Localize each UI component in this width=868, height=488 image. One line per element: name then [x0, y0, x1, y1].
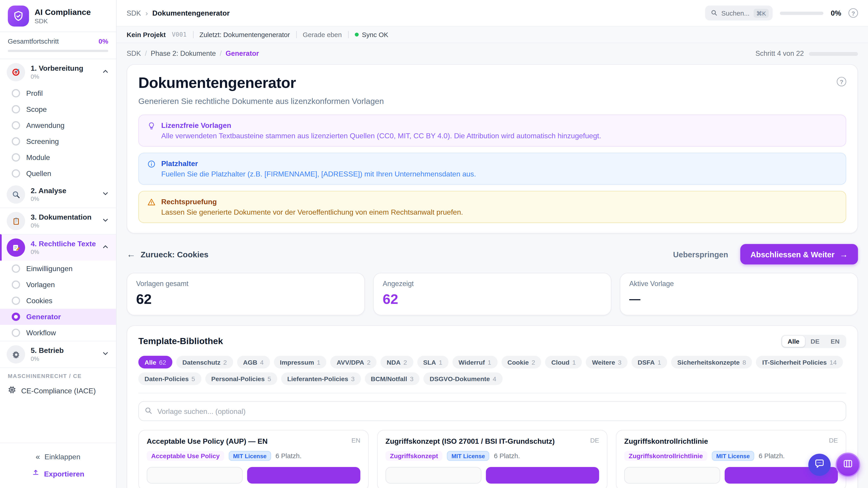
- lang-tab-alle[interactable]: Alle: [782, 336, 805, 347]
- sidebar-section-betrieb[interactable]: 5. Betrieb 0%: [0, 341, 116, 367]
- skip-button[interactable]: Ueberspringen: [673, 250, 728, 259]
- item-label: Einwilligungen: [26, 265, 72, 273]
- global-search[interactable]: Suchen... ⌘K: [705, 5, 773, 20]
- target-icon: [7, 63, 25, 81]
- generator-card: Dokumentengenerator ? Generieren Sie rec…: [127, 64, 858, 233]
- page-subtitle: Generieren Sie rechtliche Dokumente aus …: [138, 97, 846, 106]
- sidebar-section-vorbereitung[interactable]: 1. Vorbereitung 0%: [0, 59, 116, 85]
- filter-chip-avv-dpa[interactable]: AVV/DPA2: [331, 356, 377, 368]
- chat-fab-button[interactable]: [808, 454, 831, 476]
- filter-chip-sicherheitskonzepte[interactable]: Sicherheitskonzepte8: [671, 356, 752, 368]
- ce-compliance-label: CE-Compliance (IACE): [21, 387, 96, 395]
- memo-icon: [7, 238, 25, 257]
- breadcrumb-root[interactable]: SDK: [127, 9, 141, 17]
- sidebar-item-anwendung[interactable]: Anwendung: [0, 117, 116, 133]
- sidebar-section-rechtliche-texte[interactable]: 4. Rechtliche Texte 0%: [0, 234, 116, 261]
- chevron-down-icon: [101, 350, 110, 359]
- filter-chip-it-sicherheit[interactable]: IT-Sicherheit Policies14: [756, 356, 843, 368]
- filter-chip-sla[interactable]: SLA1: [417, 356, 448, 368]
- filter-chip-alle[interactable]: Alle62: [138, 356, 172, 368]
- preview-button[interactable]: [147, 467, 242, 484]
- template-title: Zugriffskontrollrichtlinie: [624, 437, 708, 446]
- sync-status: Sync OK: [355, 31, 388, 38]
- slash-separator: /: [220, 50, 222, 57]
- sidebar-item-module[interactable]: Module: [0, 149, 116, 165]
- stat-label: Angezeigt: [383, 280, 602, 288]
- template-title: Zugriffskonzept (ISO 27001 / BSI IT-Grun…: [385, 437, 555, 446]
- collapse-sidebar-button[interactable]: « Einklappen: [0, 448, 116, 465]
- sidebar-item-profil[interactable]: Profil: [0, 85, 116, 101]
- radio-icon: [12, 265, 20, 273]
- filter-chip-dsgvo-dokumente[interactable]: DSGVO-Dokumente4: [424, 372, 502, 385]
- crumb-sdk[interactable]: SDK: [127, 50, 141, 57]
- generate-button[interactable]: [247, 467, 360, 484]
- stat-value: 62: [383, 291, 602, 307]
- finish-next-button[interactable]: Abschliessen & Weiter →: [741, 244, 858, 265]
- filter-chip-weitere[interactable]: Weitere3: [586, 356, 627, 368]
- filter-chip-bcm-notfall[interactable]: BCM/Notfall3: [365, 372, 420, 385]
- filter-chip-cookie[interactable]: Cookie2: [501, 356, 541, 368]
- template-lang-badge: EN: [351, 437, 360, 444]
- sidebar-item-einwilligungen[interactable]: Einwilligungen: [0, 260, 116, 276]
- app-screen: AI Compliance SDK Gesamtfortschritt 0% 1…: [0, 0, 868, 488]
- filter-chip-dsfa[interactable]: DSFA1: [631, 356, 667, 368]
- language-toggle: Alle DE EN: [781, 335, 846, 348]
- note-placeholders: Platzhalter Fuellen Sie die Platzhalter …: [138, 153, 846, 185]
- sidebar-section-analyse[interactable]: 2. Analyse 0%: [0, 182, 116, 207]
- template-card-zugriffskonzept[interactable]: Zugriffskonzept (ISO 27001 / BSI IT-Grun…: [377, 430, 608, 488]
- item-label: Generator: [26, 313, 61, 321]
- help-icon[interactable]: ?: [848, 8, 858, 18]
- section-pct: 0%: [31, 222, 96, 229]
- filter-chip-widerruf[interactable]: Widerruf1: [452, 356, 497, 368]
- help-icon[interactable]: ?: [837, 77, 846, 86]
- radio-icon: [12, 89, 20, 97]
- sidebar-item-vorlagen[interactable]: Vorlagen: [0, 277, 116, 293]
- filter-chip-personal-policies[interactable]: Personal-Policies5: [205, 372, 277, 385]
- double-chevron-left-icon: «: [36, 452, 40, 461]
- template-search-input[interactable]: [138, 401, 846, 421]
- breadcrumb-current: Dokumentengenerator: [152, 9, 230, 17]
- filter-chip-cloud[interactable]: Cloud1: [545, 356, 582, 368]
- sidebar-item-ce-compliance[interactable]: CE-Compliance (IACE): [0, 381, 116, 402]
- item-label: Module: [26, 153, 50, 162]
- preview-button[interactable]: [385, 467, 481, 484]
- lang-tab-de[interactable]: DE: [805, 336, 825, 347]
- sidebar-item-quellen[interactable]: Quellen: [0, 165, 116, 182]
- sidebar-item-workflow[interactable]: Workflow: [0, 325, 116, 341]
- sidebar-item-screening[interactable]: Screening: [0, 133, 116, 149]
- category-badge: Acceptable Use Policy: [147, 451, 224, 461]
- template-card-aup[interactable]: Acceptable Use Policy (AUP) — EN EN Acce…: [138, 430, 369, 488]
- filter-chip-daten-policies[interactable]: Daten-Policies5: [138, 372, 201, 385]
- project-name: Kein Projekt: [127, 31, 166, 38]
- status-bar: Kein Projekt V001 Zuletzt: Dokumentengen…: [117, 27, 868, 43]
- columns-fab-button[interactable]: [836, 453, 860, 477]
- divider: [348, 31, 348, 38]
- filter-chip-impressum[interactable]: Impressum1: [274, 356, 327, 368]
- generate-button[interactable]: [486, 467, 599, 484]
- stat-shown: Angezeigt 62: [373, 273, 612, 315]
- export-button[interactable]: Exportieren: [0, 465, 116, 482]
- lang-tab-en[interactable]: EN: [825, 336, 845, 347]
- arrow-right-icon: →: [839, 250, 848, 259]
- collapse-label: Einklappen: [44, 452, 81, 461]
- info-notes: Lizenzfreie Vorlagen Alle verwendeten Te…: [138, 115, 846, 223]
- item-label: Screening: [26, 137, 59, 145]
- sidebar-item-cookies[interactable]: Cookies: [0, 293, 116, 309]
- page-breadcrumb-row: SDK / Phase 2: Dokumente / Generator Sch…: [127, 50, 858, 57]
- sync-ok-dot: [355, 33, 359, 36]
- filter-chip-agb[interactable]: AGB4: [237, 356, 270, 368]
- filter-chip-lieferanten-policies[interactable]: Lieferanten-Policies3: [281, 372, 361, 385]
- category-badge: Zugriffskonzept: [385, 451, 442, 461]
- crumb-phase[interactable]: Phase 2: Dokumente: [151, 50, 216, 57]
- filter-chip-nda[interactable]: NDA2: [381, 356, 413, 368]
- sidebar-item-scope[interactable]: Scope: [0, 101, 116, 117]
- placeholder-count: 6 Platzh.: [494, 452, 520, 460]
- app-title: AI Compliance: [35, 8, 91, 18]
- preview-button[interactable]: [624, 467, 720, 484]
- wizard-nav-right: Ueberspringen Abschliessen & Weiter →: [673, 244, 858, 265]
- shield-check-icon: [8, 5, 29, 26]
- filter-chip-datenschutz[interactable]: Datenschutz2: [176, 356, 233, 368]
- back-button[interactable]: ← Zurueck: Cookies: [127, 249, 209, 259]
- sidebar-item-generator[interactable]: Generator: [0, 309, 116, 325]
- sidebar-section-dokumentation[interactable]: 3. Dokumentation 0%: [0, 207, 116, 234]
